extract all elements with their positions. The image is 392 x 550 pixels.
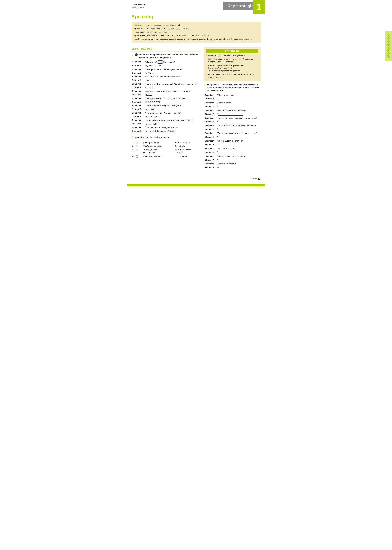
dialogue-line: And your name? — [217, 101, 260, 104]
dialogue-line: 8 Are you Italian / And you, Yannis? — [145, 126, 201, 129]
speaker-label: Student B — [132, 100, 145, 104]
table-row: Examiner Thank you. How do you spell you… — [204, 116, 260, 120]
answer-input[interactable] — [218, 144, 243, 146]
speaker-label: Examiner — [132, 111, 145, 115]
competences-section: COMPETENCES learning to learn — [132, 1, 153, 10]
answer-field: 1 — [217, 97, 260, 101]
match-answer-cell: A L-O-R-E-N-Z-I. — [175, 141, 200, 144]
exercise-3-instruction: Imagine you are doing the exam with your… — [207, 84, 261, 92]
speaker-label: Examiner — [132, 126, 145, 129]
speaker-label: Student A — [132, 78, 145, 82]
speaker-label: Student B — [132, 71, 145, 75]
speaker-label: Student A — [204, 151, 217, 154]
table-row: Student A It's Conti. — [132, 78, 201, 82]
title-banner-section: Key strategies — [153, 1, 265, 10]
table-row: Student A 4 — [204, 120, 260, 124]
table-row: Examiner And you, Yannis. What's your 4 … — [132, 90, 201, 93]
table-row: Student A My name's Carlotta. — [132, 64, 201, 68]
dialogue-line: I'm thirteen. — [145, 108, 201, 111]
speaker-label: Examiner — [204, 147, 217, 150]
dialogue-line: What's your name? — [217, 93, 260, 97]
speaker-label: Examiner — [204, 101, 217, 104]
strategy-item-3: If you do not understand the question, s… — [206, 64, 259, 72]
dialogue-line: It's Conti. — [145, 78, 201, 82]
speaker-label: Student B — [204, 105, 217, 109]
speaker-label: Student B — [132, 108, 145, 111]
exercise-2-instruction: Match the questions to the answers. — [135, 136, 169, 139]
right-column: STRATEGIES Listen carefully to the exami… — [204, 47, 261, 173]
competences-label: COMPETENCES — [132, 4, 153, 6]
table-row: Examiner And you, Student B? — [204, 162, 260, 166]
match-question-cell: Where are you from? — [142, 155, 174, 158]
exercise-3-header: 3 Imagine you are doing the exam with yo… — [204, 84, 261, 92]
answer-field: 10 — [217, 166, 260, 169]
speaker-label: Student B — [204, 166, 217, 169]
dialogue-line: Yannis, 5 how old are you? / and you? — [145, 104, 201, 108]
circled-word: name — [157, 60, 164, 64]
match-answer-cell: B I'm Sofia. — [175, 145, 200, 148]
table-row: Student A I'm from Italy. — [132, 122, 201, 126]
intro-box: In this section, you are asked some ques… — [132, 22, 261, 42]
strategy-item-2: Ask the examiner to repeat the question … — [206, 58, 259, 63]
answer-input[interactable] — [218, 121, 243, 123]
table-row: Examiner Yannis, 5 how old are you? / an… — [132, 104, 201, 108]
table-row: Student B I'm from Italy but my mum's Gr… — [132, 129, 201, 133]
speaking-section: Speaking In this section, you are asked … — [127, 11, 265, 47]
exercise-3-number: 3 — [204, 84, 206, 87]
dialogue-line: Thank you. How do you spell your surname… — [217, 132, 260, 135]
strategy-example: I'm sorry, I don't understand. — [208, 67, 232, 69]
footer-label: eleven — [251, 178, 257, 180]
exercise-3-table: Examiner What's your name? Student A 1 E… — [204, 93, 261, 170]
speaker-label: Examiner — [132, 118, 145, 122]
dialogue-line: Student A, what's your surname? — [217, 109, 260, 112]
answer-input[interactable] — [218, 151, 243, 154]
dialogue-line: Thank you. 3 How do you spell / What is … — [145, 82, 201, 86]
table-row: Student A 9 — [204, 158, 260, 162]
table-row: Student B 10 — [204, 166, 260, 169]
dialogue-line: Where are you from, Student A? — [217, 155, 260, 158]
speaker-label: Student A — [204, 120, 217, 124]
main-content: LET'S PRACTISE! 1 ▶ Listen to a dialogue… — [127, 47, 265, 173]
answer-input[interactable] — [218, 113, 243, 116]
table-row: Student A 8 — [204, 151, 260, 154]
answer-input[interactable] — [218, 136, 243, 139]
dialogue-line: And you, Student A? — [217, 147, 260, 150]
table-row: Student B I'm thirteen. — [132, 108, 201, 111]
match-num-cell: 4 — [132, 155, 135, 158]
strategy-item-1: Listen carefully to the examiner's quest… — [206, 54, 259, 57]
dialogue-line: I'm from Italy but my mum's Greek. — [145, 129, 201, 133]
answer-input[interactable] — [218, 159, 243, 161]
match-checkbox[interactable] — [136, 141, 139, 144]
dialogue-line: C-O-N-T-I. — [145, 86, 201, 90]
answer-field: 8 — [217, 151, 260, 154]
match-checkbox[interactable] — [136, 145, 139, 147]
table-row: Student B R-O-S-S-E-T-T-I. — [132, 100, 201, 104]
dialogue-line: R-O-S-S-E-T-T-I. — [145, 100, 201, 104]
answer-input[interactable] — [218, 128, 243, 131]
dialogue-line: I'm thirteen, too. — [145, 115, 201, 118]
table-row: Examiner Where are you from, Student A? — [204, 155, 260, 158]
speaker-label: Examiner — [132, 104, 145, 108]
table-row: Examiner What's your 0name / surname? — [132, 60, 201, 64]
match-answer-cell: C I'm from Varese in Italy. — [175, 148, 200, 154]
table-row: Examiner And you, Student B. What's your… — [204, 124, 260, 127]
dialogue-line: 6 How old are you / And you, Carlotta? — [145, 111, 201, 115]
speaker-label: Student B — [204, 135, 217, 139]
match-checkbox-cell — [136, 148, 142, 154]
table-row: Examiner 1 And your name? / What's your … — [132, 68, 201, 71]
table-row: Examiner Thank you. How do you spell you… — [132, 97, 201, 100]
speaker-label: Student A — [204, 97, 217, 101]
answer-input[interactable] — [218, 105, 243, 108]
match-checkbox[interactable] — [136, 155, 139, 158]
match-checkbox-cell — [136, 155, 142, 158]
answer-field: 9 — [217, 158, 260, 162]
exercise-1: 1 ▶ Listen to a dialogue between the exa… — [132, 53, 201, 133]
match-checkbox[interactable] — [136, 149, 139, 151]
speaker-label: Examiner — [132, 68, 145, 71]
answer-input[interactable] — [218, 98, 243, 100]
exercise-1-number: 1 — [132, 53, 134, 57]
answer-input[interactable] — [219, 167, 244, 169]
table-row: Examiner And your name? — [204, 101, 260, 104]
exercise-2-header: 2 Match the questions to the answers. — [132, 136, 201, 139]
dialogue-line: Thank you. How do you spell your surname… — [145, 97, 201, 100]
